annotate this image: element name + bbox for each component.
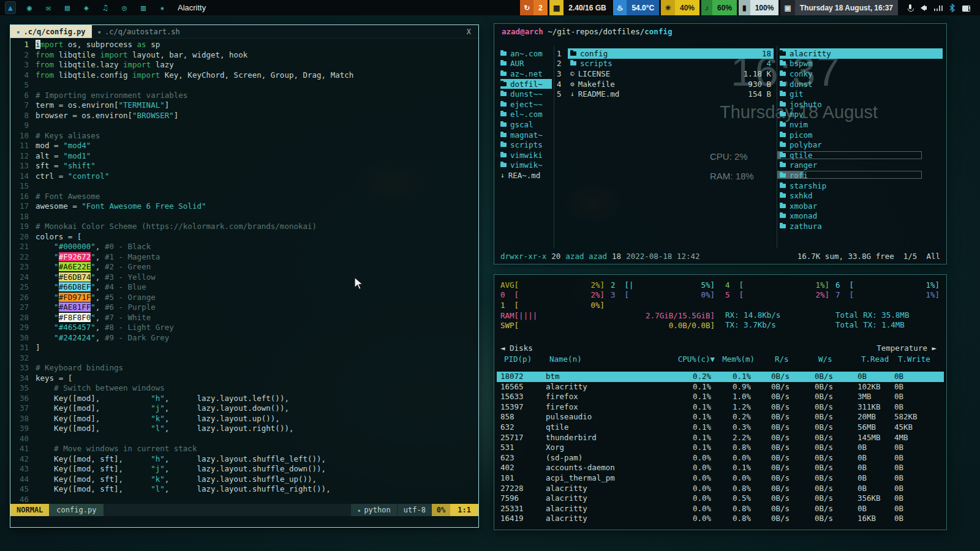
preview-dir-item[interactable]: starship xyxy=(780,181,943,191)
parent-dir-item[interactable]: scripts xyxy=(500,140,552,150)
battery-icon[interactable] xyxy=(962,3,971,13)
parent-dir-item[interactable]: dotfil~ xyxy=(500,79,552,89)
arch-terminal-icon[interactable]: ▲ xyxy=(5,1,16,14)
file-entry[interactable]: 2scripts4 xyxy=(557,59,774,69)
preview-dir-item[interactable]: joshuto xyxy=(780,99,943,110)
process-row[interactable]: 15397firefox0.1%1.2%0B/s0B/s311KB0B xyxy=(497,402,944,413)
process-row[interactable]: 25717thunderbird0.1%2.2%0B/s0B/s145MB4MB xyxy=(497,433,944,443)
process-row[interactable]: 402accounts-daemon0.0%0.1%0B/s0B/s0B0B xyxy=(497,463,944,473)
process-row[interactable]: 27228alacritty0.0%0.8%0B/s0B/s0B0B xyxy=(497,484,944,494)
parent-dir-item[interactable]: eject~~ xyxy=(500,99,552,110)
books-icon[interactable]: ▥ xyxy=(138,2,149,13)
music-icon[interactable]: ♫ xyxy=(100,2,111,13)
updates-widget[interactable]: ↻2 xyxy=(520,0,548,15)
temperature-widget[interactable]: ♨54.0°C xyxy=(613,0,660,15)
code-area[interactable]: 1import os, subprocess as sp2from libqti… xyxy=(10,39,478,504)
disks-tab[interactable]: ◄ Disks xyxy=(500,343,533,353)
process-twrite: 4MB xyxy=(894,433,942,443)
paw-icon[interactable]: ◈ xyxy=(81,2,92,13)
process-tread: 311KB xyxy=(858,402,893,413)
column-header-cpu[interactable]: CPU%(c)▼ xyxy=(671,354,715,365)
close-icon[interactable]: X xyxy=(459,28,478,36)
preview-dir-item[interactable]: bspwm xyxy=(780,59,943,69)
mail-icon[interactable]: ✉ xyxy=(43,2,54,13)
battery-value: 100% xyxy=(750,0,779,15)
parent-dir-item[interactable]: magnat~ xyxy=(500,130,552,140)
network-icon[interactable] xyxy=(933,3,943,13)
process-row[interactable]: 16565alacritty0.1%0.9%0B/s0B/s102KB0B xyxy=(497,382,944,392)
column-header-twrite[interactable]: T.Write xyxy=(898,354,946,365)
process-row[interactable]: 531Xorg0.1%0.8%0B/s0B/s0B0B xyxy=(497,443,944,453)
preview-dir-item[interactable]: alacritty xyxy=(780,48,943,59)
preview-dir-item[interactable]: rofi xyxy=(780,170,943,181)
file-entry[interactable]: 1config18 xyxy=(557,48,774,59)
line-number: 42 xyxy=(10,454,29,465)
battery-widget[interactable]: ▮100% xyxy=(739,0,778,15)
camera-icon[interactable]: ◎ xyxy=(119,2,130,13)
column-header-name[interactable]: Name(n) xyxy=(549,354,678,365)
parent-dir-item[interactable]: az~.net xyxy=(500,69,552,79)
column-header-tread[interactable]: T.Read xyxy=(861,354,897,365)
column-header-mem[interactable]: Mem%(m) xyxy=(710,354,755,365)
volume-icon[interactable] xyxy=(919,3,929,13)
clock-widget[interactable]: ▣Thursday 18 August, 16:37 xyxy=(780,0,898,15)
temperature-tab[interactable]: Temperature ► xyxy=(876,343,937,353)
process-row[interactable]: 632qtile0.1%0.3%0B/s0B/s56MB45KB xyxy=(497,422,944,433)
process-row[interactable]: 623(sd-pam)0.0%0.0%0B/s0B/s0B0B xyxy=(497,453,944,463)
parent-dir-item[interactable]: vimwiki xyxy=(500,150,552,160)
line-number: 15 xyxy=(10,181,29,192)
star-icon[interactable]: ★ xyxy=(157,2,168,13)
preview-dir-item[interactable]: polybar xyxy=(780,140,943,150)
focused-window-title: Alacritty xyxy=(178,3,206,12)
brightness-widget[interactable]: ☀40% xyxy=(661,0,699,15)
process-row[interactable]: 15633firefox0.1%1.0%0B/s0B/s3MB0B xyxy=(497,392,944,402)
preview-dir-item[interactable]: picom xyxy=(780,130,943,140)
parent-dir-item[interactable]: AUR xyxy=(500,59,552,69)
process-row[interactable]: 101acpi_thermal_pm0.0%0.0%0B/s0B/s0B0B xyxy=(497,473,944,484)
bluetooth-icon[interactable] xyxy=(948,3,957,13)
process-table-header[interactable]: PID(p)Name(n)CPU%(c)▼Mem%(m)R/sW/sT.Read… xyxy=(500,354,940,365)
process-row[interactable]: 18072btm0.2%0.1%0B/s0B/s0B0B xyxy=(497,372,944,382)
preview-dir-item[interactable]: sxhkd xyxy=(780,190,943,201)
preview-dir-item[interactable]: zathura xyxy=(780,221,943,231)
process-row[interactable]: 7596alacritty0.0%0.5%0B/s0B/s356KB0B xyxy=(497,493,944,504)
file-entry[interactable]: 5↓README.md154 B xyxy=(557,89,774,99)
cpu-gauge-6: 6 [1%] xyxy=(835,280,940,290)
preview-dir-item[interactable]: conky xyxy=(780,69,943,79)
parent-dir-item[interactable]: dunst~~ xyxy=(500,89,552,99)
file-entry[interactable]: 3©LICENSE1.18 K xyxy=(557,69,774,79)
editor-tab[interactable]: ▪.c/q/config.py xyxy=(10,25,92,38)
parent-dir-item[interactable]: gscal xyxy=(500,119,552,130)
browser-icon[interactable]: ◉ xyxy=(24,2,35,13)
preview-dir-item[interactable]: dunst xyxy=(780,79,943,89)
memory-widget[interactable]: ▦2.40/16 GB xyxy=(549,0,611,15)
parent-dir-item[interactable]: el~.com xyxy=(500,110,552,120)
process-row[interactable]: 25331alacritty0.0%0.8%0B/s0B/s0B0B xyxy=(497,504,944,514)
preview-dir-item[interactable]: git xyxy=(780,89,943,99)
process-row[interactable]: 16419alacritty0.0%0.8%0B/s0B/s16KB0B xyxy=(497,514,944,524)
folder-icon xyxy=(780,204,786,208)
preview-dir-item[interactable]: mpv xyxy=(780,110,943,120)
file-entry[interactable]: 4⚙Makefile930 B xyxy=(557,79,774,89)
column-header-w[interactable]: W/s xyxy=(818,354,858,365)
column-header-pid[interactable]: PID(p) xyxy=(504,354,542,365)
item-size: 930 B xyxy=(744,80,771,89)
line-number: 30 xyxy=(10,333,29,343)
preview-dir-item[interactable]: qtile xyxy=(780,150,943,160)
microphone-icon[interactable] xyxy=(905,3,915,13)
line-number: 21 xyxy=(10,242,29,252)
preview-dir-item[interactable]: xmonad xyxy=(780,211,943,222)
process-row[interactable]: 858pulseaudio0.1%0.2%0B/s0B/s20MB582KB xyxy=(497,412,944,422)
preview-dir-item[interactable]: ranger xyxy=(780,160,943,171)
parent-dir-item[interactable]: vimwik~ xyxy=(500,160,552,171)
line-number: 24 xyxy=(10,272,29,283)
parent-dir-item[interactable]: an~.com xyxy=(500,48,552,59)
preview-dir-item[interactable]: xmobar xyxy=(780,201,943,211)
volume-widget[interactable]: ♪60% xyxy=(701,0,737,15)
preview-dir-item[interactable]: nvim xyxy=(780,119,943,130)
process-cpu: 0.0% xyxy=(667,493,711,504)
parent-dir-item[interactable]: ↓REA~.md xyxy=(500,170,552,181)
editor-tab[interactable]: ▪.c/q/autostart.sh xyxy=(92,25,186,38)
files-icon[interactable]: ▤ xyxy=(62,2,73,13)
column-header-r[interactable]: R/s xyxy=(775,354,814,365)
